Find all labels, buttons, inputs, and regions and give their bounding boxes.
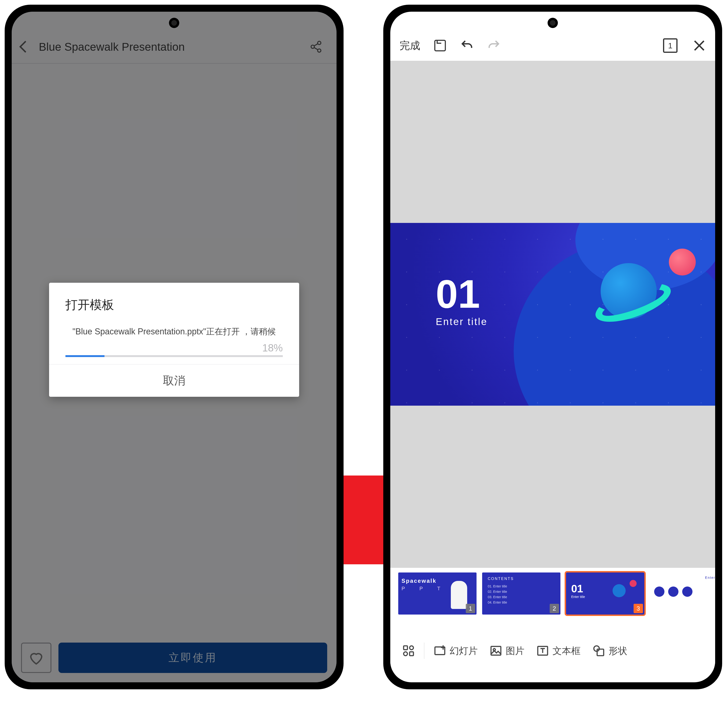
toolbar-divider [424,643,425,659]
thumb2-line: 02. Enter title [488,590,555,594]
open-template-modal: 打开模板 "Blue Spacewalk Presentation.pptx"正… [49,283,299,397]
thumbnail-strip[interactable]: Spacewalk P P T 1 CONTENTS 01. Enter tit… [390,568,715,617]
thumbnail-3[interactable]: 01 Enter title 3 [566,573,644,614]
insert-shape-label: 形状 [608,645,627,657]
add-slide-label: 幻灯片 [450,645,478,657]
thumb-index-badge: 1 [466,604,475,613]
thumb1-subtitle: P P T [402,586,447,591]
insert-shape-button[interactable]: 形状 [588,631,632,671]
thumb2-line: 03. Enter title [488,595,555,599]
slide-number: 1 [668,41,673,50]
progress-percent-label: 18% [65,342,283,354]
slide-number-text: 01 [436,274,488,314]
add-slide-button[interactable]: 幻灯片 [429,631,482,671]
thumb2-line: 01. Enter title [488,584,555,588]
slide-number-indicator[interactable]: 1 [663,38,677,53]
thumb4-heading: Enter title [705,576,715,580]
slide-canvas[interactable]: 01 Enter title [390,223,715,406]
editor-toolbar: 幻灯片 图片 文本框 [390,631,715,671]
phone-frame-left: Blue Spacewalk Presentation 立即使 [5,5,344,689]
save-icon[interactable] [433,39,447,53]
thumb2-lines: 01. Enter title 02. Enter title 03. Ente… [488,583,555,606]
close-icon[interactable] [693,39,706,52]
thumb2-heading: CONTENTS [488,577,514,581]
thumb-index-badge: 2 [550,604,559,613]
templates-grid-button[interactable] [397,631,420,671]
front-camera [547,18,558,28]
thumbnail-4[interactable]: Enter title [650,573,715,614]
insert-textbox-button[interactable]: 文本框 [532,631,585,671]
small-planet-graphic [669,249,696,275]
svg-point-19 [594,646,599,651]
thumb-index-badge: 3 [634,604,643,613]
editor-header: 完成 1 [390,30,715,61]
thumb3-number: 01 [571,582,585,595]
progress-bar-fill [65,355,104,357]
progress-bar [65,355,283,357]
svg-rect-7 [410,646,413,650]
thumb4-dots [654,587,692,597]
insert-image-button[interactable]: 图片 [485,631,529,671]
thumbnail-1[interactable]: Spacewalk P P T 1 [398,573,477,614]
front-camera [169,18,179,28]
cancel-label: 取消 [163,373,185,388]
phone-frame-right: 完成 1 [383,5,722,689]
svg-rect-5 [435,40,445,51]
thumb3-subtitle: Enter title [571,595,585,599]
redo-icon [487,39,501,53]
svg-rect-6 [404,646,407,650]
thumb2-line: 04. Enter title [488,600,555,604]
svg-rect-13 [491,646,501,655]
thumb1-title: Spacewalk [402,578,436,584]
thumbnail-2[interactable]: CONTENTS 01. Enter title 02. Enter title… [482,573,560,614]
modal-heading: 打开模板 [65,297,283,313]
astronaut-graphic [451,581,467,609]
svg-rect-9 [410,652,413,656]
done-button[interactable]: 完成 [400,39,420,53]
svg-rect-18 [597,649,604,656]
svg-rect-8 [404,652,407,656]
insert-image-label: 图片 [506,645,524,657]
undo-icon[interactable] [460,39,474,53]
insert-textbox-label: 文本框 [552,645,581,657]
slide-canvas-area: 01 Enter title [390,61,715,568]
slide-text-block[interactable]: 01 Enter title [436,274,488,327]
slide-subtitle-text: Enter title [436,316,488,327]
modal-message: "Blue Spacewalk Presentation.pptx"正在打开 ，… [65,326,283,338]
cancel-button[interactable]: 取消 [49,364,299,397]
